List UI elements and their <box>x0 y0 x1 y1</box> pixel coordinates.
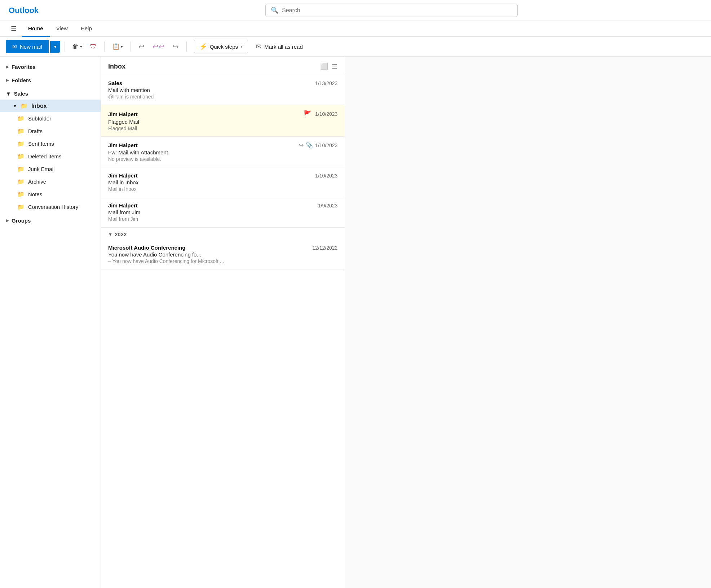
sidebar-item-archive[interactable]: 📁 Archive <box>6 175 101 188</box>
folder-icon-junk: 📁 <box>17 166 25 172</box>
reply-all-button[interactable]: ↩↩ <box>149 40 168 53</box>
hamburger-button[interactable]: ☰ <box>6 21 22 36</box>
sidebar-item-conversation-history[interactable]: 📁 Conversation History <box>6 201 101 213</box>
email-item-5[interactable]: Jim Halpert 1/9/2023 Mail from Jim Mail … <box>101 197 345 227</box>
tab-view[interactable]: View <box>50 21 74 37</box>
folders-header[interactable]: ▶ Folders <box>0 74 101 86</box>
email-preview-6: – You now have Audio Conferencing for Mi… <box>108 258 337 264</box>
reply-button[interactable]: ↩ <box>135 40 148 53</box>
folder-icon-notes: 📁 <box>17 191 25 198</box>
email-sender-6: Microsoft Audio Conferencing <box>108 245 185 251</box>
sidebar-subsection: 📁 Subfolder 📁 Drafts 📁 Sent Items 📁 Dele… <box>6 112 101 213</box>
chevron-right-icon: ▶ <box>6 65 9 69</box>
email-panel-actions: ⬜ ☰ <box>320 62 337 70</box>
folder-icon-archive: 📁 <box>17 178 25 185</box>
email-date-2: 1/10/2023 <box>315 111 337 117</box>
sidebar-item-inbox[interactable]: ▼ 📁 Inbox <box>0 100 101 112</box>
favorites-section: ▶ Favorites <box>0 61 101 73</box>
email-subject-3: Fw: Mail with Attachment <box>108 149 337 155</box>
email-item-6[interactable]: Microsoft Audio Conferencing 12/12/2022 … <box>101 240 345 269</box>
sidebar-item-deleted-items[interactable]: 📁 Deleted Items <box>6 150 101 163</box>
forward-icon: ↪ <box>173 42 179 51</box>
folder-icon-drafts: 📁 <box>17 128 25 135</box>
sidebar-item-drafts[interactable]: 📁 Drafts <box>6 125 101 137</box>
sales-header[interactable]: ▼ Sales <box>0 88 101 100</box>
email-date-1: 1/13/2023 <box>315 80 337 86</box>
attachment-icon: 📎 <box>306 142 313 149</box>
year-divider-2022[interactable]: ▼ 2022 <box>101 227 345 240</box>
email-date-5: 1/9/2023 <box>318 203 338 209</box>
main-layout: ▶ Favorites ▶ Folders ▼ Sales ▼ 📁 Inbox <box>0 57 711 588</box>
flag-icon: 🚩 <box>304 110 312 118</box>
email-date-6: 12/12/2022 <box>312 245 337 251</box>
filter-icon[interactable]: ☰ <box>332 62 337 70</box>
chevron-right-icon-folders: ▶ <box>6 78 9 83</box>
view-toggle-icon[interactable]: ⬜ <box>320 62 328 70</box>
chevron-down-icon: ▾ <box>54 44 57 49</box>
new-mail-dropdown-button[interactable]: ▾ <box>50 41 60 53</box>
email-date-4: 1/10/2023 <box>315 173 337 179</box>
toolbar-separator-1 <box>65 41 65 52</box>
shield-icon: 🛡 <box>90 43 97 51</box>
sidebar-item-subfolder[interactable]: 📁 Subfolder <box>6 112 101 125</box>
folders-section: ▶ Folders <box>0 74 101 86</box>
tab-home[interactable]: Home <box>22 21 50 37</box>
email-subject-6: You now have Audio Conferencing fo... <box>108 251 337 258</box>
email-sender-2: Jim Halpert <box>108 111 138 117</box>
delete-button[interactable]: 🗑 ▾ <box>69 40 85 53</box>
sidebar: ▶ Favorites ▶ Folders ▼ Sales ▼ 📁 Inbox <box>0 57 101 588</box>
quick-steps-button[interactable]: ⚡ Quick steps ▾ <box>194 40 248 53</box>
reply-all-icon: ↩↩ <box>153 42 165 51</box>
email-item-3[interactable]: Jim Halpert ↪ 📎 1/10/2023 Fw: Mail with … <box>101 137 345 167</box>
folder-icon: 📁 <box>17 115 25 122</box>
reply-icon: ↩ <box>138 42 145 51</box>
email-item-2[interactable]: Jim Halpert 🚩 1/10/2023 Flagged Mail Fla… <box>101 105 345 137</box>
mark-all-read-button[interactable]: ✉ Mark all as read <box>251 40 308 53</box>
sidebar-item-junk-email[interactable]: 📁 Junk Email <box>6 163 101 175</box>
email-subject-4: Mail in Inbox <box>108 179 337 185</box>
email-item-1[interactable]: Sales 1/13/2023 Mail with mention @Pam i… <box>101 75 345 105</box>
email-sender-4: Jim Halpert <box>108 172 138 179</box>
sidebar-item-notes[interactable]: 📁 Notes <box>6 188 101 201</box>
forward-indicator-icon: ↪ <box>299 142 304 149</box>
chevron-down-icon-inbox: ▼ <box>13 104 17 108</box>
groups-header[interactable]: ▶ Groups <box>0 215 101 227</box>
folder-icon-deleted: 📁 <box>17 153 25 160</box>
toolbar: ✉ New mail ▾ 🗑 ▾ 🛡 📋 ▾ ↩ ↩↩ ↪ ⚡ Quick st… <box>0 37 711 57</box>
email-preview-4: Mail in Inbox <box>108 186 337 192</box>
email-sender-1: Sales <box>108 80 122 86</box>
move-icon: 📋 <box>112 43 120 51</box>
nav-tabs: ☰ Home View Help <box>0 21 711 37</box>
quick-steps-chevron-icon: ▾ <box>240 44 243 49</box>
search-input[interactable] <box>282 7 512 14</box>
forward-button[interactable]: ↪ <box>169 40 182 53</box>
email-subject-1: Mail with mention <box>108 87 337 93</box>
sales-section: ▼ Sales ▼ 📁 Inbox 📁 Subfolder 📁 Drafts <box>0 88 101 213</box>
sidebar-item-sent-items[interactable]: 📁 Sent Items <box>6 137 101 150</box>
shield-button[interactable]: 🛡 <box>87 40 100 53</box>
mail-icon: ✉ <box>12 43 17 50</box>
chevron-down-icon-year: ▼ <box>108 232 112 237</box>
new-mail-button[interactable]: ✉ New mail <box>6 40 49 53</box>
email-subject-2: Flagged Mail <box>108 119 337 125</box>
favorites-header[interactable]: ▶ Favorites <box>0 61 101 73</box>
email-panel: Inbox ⬜ ☰ Sales 1/13/2023 Mail with ment… <box>101 57 345 588</box>
email-preview-2: Flagged Mail <box>108 126 337 131</box>
mark-read-icon: ✉ <box>256 43 261 51</box>
header: Outlook 🔍 <box>0 0 711 21</box>
email-preview-3: No preview is available. <box>108 156 337 162</box>
search-bar[interactable]: 🔍 <box>265 4 518 17</box>
outlook-logo: Outlook <box>9 6 81 15</box>
email-preview-1: @Pam is mentioned <box>108 94 337 100</box>
email-item-4[interactable]: Jim Halpert 1/10/2023 Mail in Inbox Mail… <box>101 167 345 197</box>
tab-help[interactable]: Help <box>74 21 98 37</box>
move-button[interactable]: 📋 ▾ <box>109 40 126 53</box>
delete-icon: 🗑 <box>72 43 79 51</box>
email-subject-5: Mail from Jim <box>108 209 337 215</box>
toolbar-separator-4 <box>186 41 187 52</box>
toolbar-separator-2 <box>104 41 105 52</box>
chevron-right-icon-groups: ▶ <box>6 218 9 223</box>
email-date-3: 1/10/2023 <box>315 142 337 148</box>
move-dropdown-icon: ▾ <box>121 44 123 49</box>
toolbar-separator-3 <box>131 41 131 52</box>
